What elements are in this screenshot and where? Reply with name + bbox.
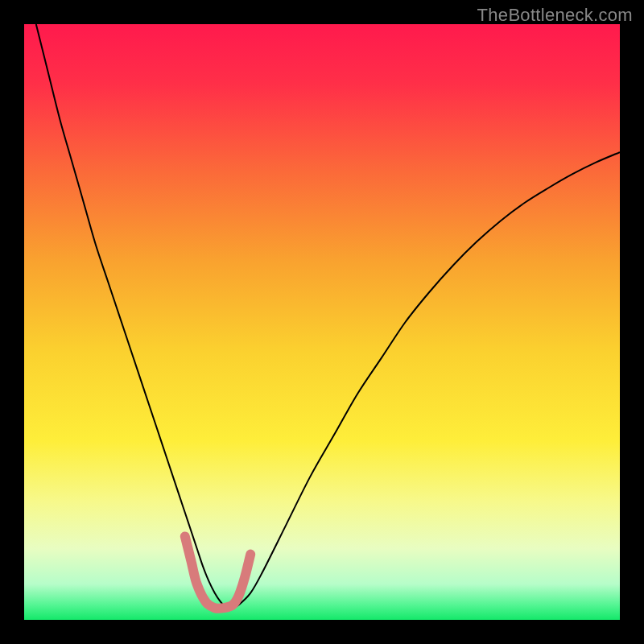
plot-area	[24, 24, 620, 620]
gradient-background	[24, 24, 620, 620]
chart-frame: TheBottleneck.com	[0, 0, 644, 644]
watermark-text: TheBottleneck.com	[477, 5, 633, 26]
bottleneck-chart	[24, 24, 620, 620]
